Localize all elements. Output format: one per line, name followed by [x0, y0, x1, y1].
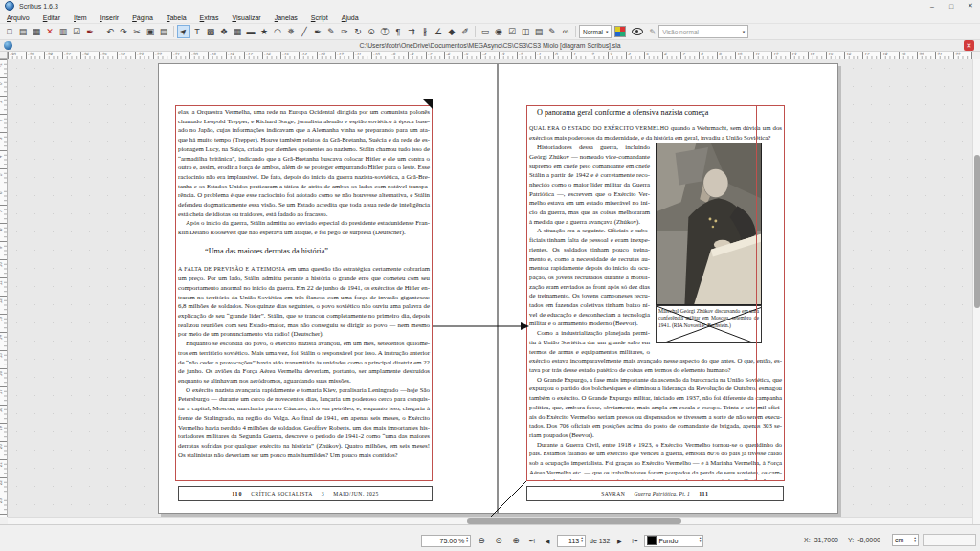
rotate-item-icon[interactable]: ↻	[351, 25, 365, 38]
preflight-verifier-icon[interactable]: ☑	[70, 25, 83, 38]
zoom-level-field[interactable]: 75.00 % ▴▾	[421, 535, 471, 547]
menu-inserir[interactable]: Inserir	[94, 14, 125, 21]
insert-shape-icon[interactable]: ▬	[244, 25, 257, 38]
spin-down-icon[interactable]: ▾	[466, 540, 468, 544]
menu-arquivo[interactable]: Arquivo	[0, 14, 36, 21]
photo-caption-frame[interactable]: Marechal Geórgi Zhúkov discursando em um…	[656, 305, 762, 343]
insert-text-frame-icon[interactable]: T	[190, 25, 204, 38]
menu-visualizar[interactable]: Visualizar	[225, 14, 267, 21]
menu-extras[interactable]: Extras	[193, 14, 226, 21]
spin-down-icon[interactable]: ▾	[581, 540, 583, 544]
right-page-footer-frame[interactable]: SAVRAN Guerra Patriótica. Pt. 1 111	[526, 486, 784, 501]
unlink-text-frames-icon[interactable]: ∦	[418, 25, 432, 38]
vertical-ruler[interactable]: -101234567891011121314151617181920212223	[0, 59, 8, 517]
photo-frame[interactable]: Marechal Geórgi Zhúkov discursando em um…	[656, 143, 782, 345]
pdf-text-annotation-icon[interactable]: ✎	[546, 25, 559, 38]
zoom-in-icon[interactable]: ⊕	[509, 534, 523, 547]
next-page-icon[interactable]: ▶	[613, 534, 625, 547]
insert-freehand-line-icon[interactable]: ✎	[324, 25, 338, 38]
insert-bezier-curve-icon[interactable]: ✒	[311, 25, 324, 38]
undo-icon[interactable]: ↶	[103, 25, 117, 38]
h-ruler-number: 0	[554, 52, 558, 56]
current-page-field[interactable]: 113 ▴▾	[557, 535, 586, 547]
link-text-frames-icon[interactable]: ⇉	[405, 25, 418, 38]
pdf-list-box-icon[interactable]: ▤	[532, 25, 546, 38]
edit-in-preview-icon[interactable]: ✎	[649, 28, 656, 36]
edit-contents-icon[interactable]: Ⓣ	[378, 25, 391, 38]
pdf-combo-box-icon[interactable]: ◫	[519, 25, 532, 38]
maximize-icon[interactable]: □	[942, 0, 961, 11]
edit-text-story-editor-icon[interactable]: ¶	[391, 25, 405, 38]
color-management-icon[interactable]	[614, 26, 626, 37]
document-bar: C:\Users\fcotr\OneDrive\Documentos\MEGAs…	[0, 39, 980, 52]
insert-arc-icon[interactable]: ◠	[271, 25, 284, 38]
menu-janelas[interactable]: Janelas	[268, 14, 304, 21]
image-quality-dropdown[interactable]: Normal ▾	[579, 25, 612, 38]
insert-image-frame-icon[interactable]: ▩	[204, 25, 217, 38]
document-canvas[interactable]: elas, a Orquestra Vermelha, uma rede na …	[8, 59, 972, 517]
close-icon[interactable]: ✕	[961, 0, 980, 11]
horizontal-scrollbar[interactable]	[8, 517, 972, 524]
document-close-icon[interactable]: ✕	[964, 40, 974, 51]
vertical-scrollbar[interactable]	[972, 59, 980, 524]
spin-down-icon[interactable]: ▾	[914, 540, 916, 544]
zoom-100-icon[interactable]: ⊙	[492, 534, 505, 547]
insert-spiral-icon[interactable]: ✵	[284, 25, 298, 38]
pdf-checkbox-icon[interactable]: ☑	[505, 25, 519, 38]
menu-script[interactable]: Script	[304, 14, 335, 21]
vertical-scrollbar-thumb[interactable]	[974, 155, 980, 308]
left-page-footer-frame[interactable]: 110 CRÍTICA SOCIALISTA 3 MAIO/JUN. 2025	[178, 486, 433, 501]
zoom-out-icon[interactable]: ⊖	[475, 534, 488, 547]
v-ruler-number: 3	[0, 137, 3, 140]
cut-icon[interactable]: ✂	[130, 25, 144, 38]
menu-item[interactable]: Item	[67, 14, 94, 21]
select-item-icon[interactable]: ➤	[177, 25, 190, 38]
print-document-icon[interactable]: ▥	[56, 25, 70, 38]
pdf-radio-button-icon[interactable]: ◉	[492, 25, 505, 38]
insert-polygon-icon[interactable]: ★	[257, 25, 271, 38]
paragraph: A FALTA DE PREVISÃO E A TEIMOSIA em uma …	[178, 264, 430, 340]
ruler-origin-corner[interactable]	[0, 52, 8, 59]
menu-tabela[interactable]: Tabela	[160, 14, 193, 21]
article-title: Guerra Patriótica. Pt. 1	[634, 491, 690, 496]
insert-render-frame-icon[interactable]: ❖	[217, 25, 231, 38]
eyedropper-tool-icon[interactable]: ◆	[445, 25, 458, 38]
menu-pagina[interactable]: Página	[125, 14, 160, 21]
menu-editar[interactable]: Editar	[36, 14, 67, 21]
last-page-icon[interactable]: |⯮	[629, 534, 640, 547]
minimize-icon[interactable]: –	[923, 0, 942, 11]
view-mode-dropdown[interactable]: Visão normal ▾	[658, 25, 748, 38]
pdf-link-annotation-icon[interactable]: ∞	[559, 25, 572, 38]
save-document-icon[interactable]: ▦	[30, 25, 43, 38]
insert-line-icon[interactable]: ╱	[298, 25, 311, 38]
right-page-text-frame[interactable]: O panorama geral conforme a ofensiva naz…	[526, 105, 785, 481]
unit-dropdown[interactable]: cm ▴▾	[892, 534, 919, 546]
new-document-icon[interactable]: □	[3, 25, 16, 38]
paste-icon[interactable]: ▤	[157, 25, 170, 38]
h-ruler-number: 17	[863, 52, 869, 56]
measurements-tool-icon[interactable]: ∠	[432, 25, 445, 38]
first-page-icon[interactable]: ⯬|	[526, 534, 538, 547]
zoom-tool-icon[interactable]: ⊙	[365, 25, 378, 38]
close-document-icon[interactable]: ✕	[43, 25, 56, 38]
copy-icon[interactable]: ▣	[144, 25, 157, 38]
insert-calligraphic-line-icon[interactable]: ✑	[338, 25, 351, 38]
h-ruler-number: -12	[336, 52, 344, 56]
v-ruler-number: 7	[0, 209, 3, 212]
redo-icon[interactable]: ↷	[117, 25, 130, 38]
left-page-text-frame[interactable]: elas, a Orquestra Vermelha, uma rede na …	[175, 105, 433, 481]
export-pdf-icon[interactable]: ✒	[83, 25, 97, 38]
insert-table-icon[interactable]: ▦	[231, 25, 244, 38]
open-document-icon[interactable]: ▤	[16, 25, 30, 38]
h-ruler-number: -24	[118, 52, 125, 56]
layer-dropdown[interactable]: Fundo ▴▾	[644, 535, 703, 547]
menu-ajuda[interactable]: Ajuda	[335, 14, 366, 21]
v-ruler-number: 15	[0, 353, 3, 358]
previous-page-icon[interactable]: ◀	[542, 534, 553, 547]
pdf-push-button-icon[interactable]: ▭	[479, 25, 492, 38]
preview-mode-eye-icon[interactable]	[632, 28, 643, 35]
copy-item-properties-icon[interactable]: ✐	[458, 25, 472, 38]
folio-number: 110	[232, 491, 242, 496]
zhukov-photo[interactable]	[656, 143, 762, 305]
spin-down-icon[interactable]: ▾	[700, 540, 702, 544]
